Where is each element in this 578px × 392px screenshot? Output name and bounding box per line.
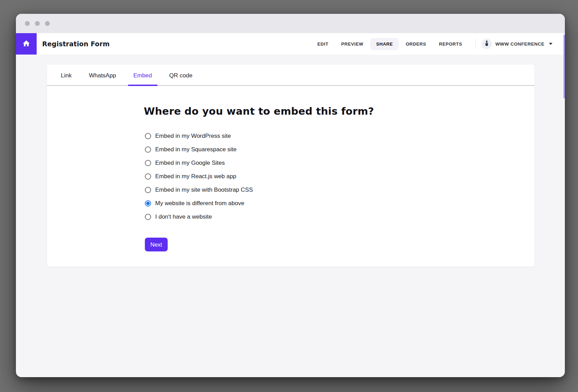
window-control-dot[interactable] [45,21,50,26]
option-label[interactable]: My website is different from above [155,200,244,207]
speaker-podium-icon [483,40,490,48]
option-label[interactable]: Embed in my site with Bootstrap CSS [155,187,253,193]
option-label[interactable]: Embed in my Squarespace site [155,146,236,153]
nav-item-orders[interactable]: ORDERS [400,38,432,50]
home-icon [22,39,30,49]
nav-item-edit[interactable]: EDIT [311,38,334,50]
option-label[interactable]: I don't have a website [155,213,212,220]
window-control-dot[interactable] [35,21,40,26]
share-card: Link WhatsApp Embed QR code Where do you… [47,65,534,267]
account-name: WWW CONFERENCE [495,41,544,47]
option-label[interactable]: Embed in my WordPress site [155,133,231,140]
option-row[interactable]: Embed in my Squarespace site [145,146,534,153]
window-control-dot[interactable] [25,21,30,26]
embed-question: Where do you want to embed this form? [144,105,534,117]
embed-panel: Where do you want to embed this form? Em… [47,105,534,251]
radio-button[interactable] [145,146,151,153]
radio-button[interactable] [145,133,151,139]
window-chrome [16,14,565,33]
radio-button[interactable] [145,187,151,193]
chevron-down-icon [549,43,552,45]
nav-divider [475,39,476,49]
page-title: Registration Form [42,40,110,48]
tab-link[interactable]: Link [55,65,77,85]
option-row[interactable]: Embed in my React.js web app [145,173,534,180]
tab-whatsapp[interactable]: WhatsApp [83,65,121,85]
avatar [482,39,492,49]
scrollbar-thumb[interactable] [563,35,565,98]
option-row[interactable]: Embed in my site with Bootstrap CSS [145,187,534,193]
option-row[interactable]: Embed in my Google Sites [145,160,534,166]
tab-qr-code[interactable]: QR code [164,65,198,85]
radio-button[interactable] [145,214,151,220]
option-row[interactable]: My website is different from above [145,200,534,207]
app-header: Registration Form EDIT PREVIEW SHARE ORD… [16,33,565,55]
nav-item-reports[interactable]: REPORTS [433,38,468,50]
radio-button[interactable] [145,173,151,180]
radio-button[interactable] [145,160,151,166]
top-nav: EDIT PREVIEW SHARE ORDERS REPORTS [310,38,565,50]
next-button[interactable]: Next [145,238,168,251]
nav-item-share[interactable]: SHARE [370,38,399,50]
home-button[interactable] [16,33,37,55]
embed-options-list: Embed in my WordPress site Embed in my S… [145,133,534,227]
nav-item-preview[interactable]: PREVIEW [335,38,369,50]
share-tab-bar: Link WhatsApp Embed QR code [47,65,534,86]
option-row[interactable]: I don't have a website [145,214,534,220]
tab-embed[interactable]: Embed [128,65,158,85]
option-row[interactable]: Embed in my WordPress site [145,133,534,139]
browser-window: Registration Form EDIT PREVIEW SHARE ORD… [16,14,565,377]
option-label[interactable]: Embed in my React.js web app [155,173,236,180]
radio-button[interactable] [145,200,151,207]
account-menu[interactable]: WWW CONFERENCE [482,39,552,49]
option-label[interactable]: Embed in my Google Sites [155,160,225,166]
